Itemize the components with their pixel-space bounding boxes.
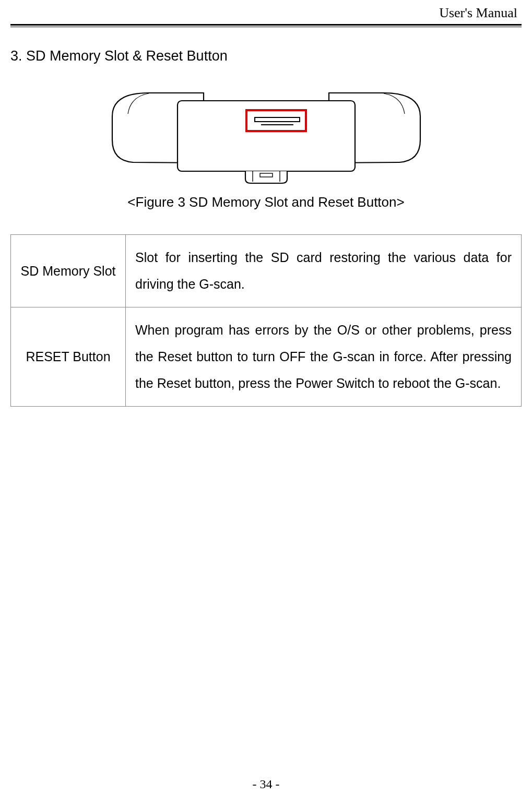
device-figure: <Figure 3 SD Memory Slot and Reset Butto… xyxy=(10,85,522,210)
svg-rect-0 xyxy=(178,101,355,171)
header-title: User's Manual xyxy=(10,0,522,24)
section-title: 3. SD Memory Slot & Reset Button xyxy=(10,48,522,64)
row-label: RESET Button xyxy=(11,307,126,407)
figure-caption: <Figure 3 SD Memory Slot and Reset Butto… xyxy=(127,194,404,210)
device-illustration xyxy=(99,85,433,187)
svg-rect-1 xyxy=(255,117,300,122)
row-desc: When program has errors by the O/S or ot… xyxy=(126,307,522,407)
row-label: SD Memory Slot xyxy=(11,235,126,307)
table-row: RESET Button When program has errors by … xyxy=(11,307,522,407)
table-row: SD Memory Slot Slot for inserting the SD… xyxy=(11,235,522,307)
description-table: SD Memory Slot Slot for inserting the SD… xyxy=(10,234,522,407)
row-desc: Slot for inserting the SD card restoring… xyxy=(126,235,522,307)
svg-rect-5 xyxy=(260,173,273,177)
page-number: - 34 - xyxy=(0,777,532,791)
header-rule xyxy=(10,24,522,27)
